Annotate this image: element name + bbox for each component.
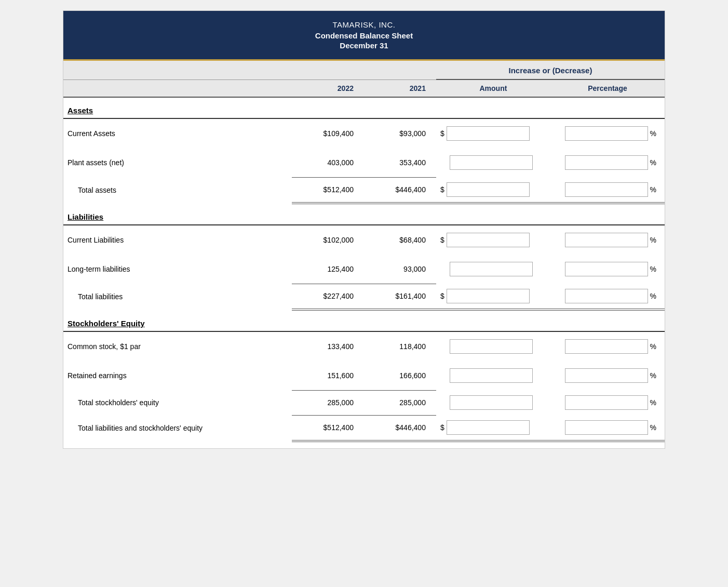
increase-decrease-header: Increase or (Decrease) (436, 61, 665, 79)
total-se-label: Total stockholders' equity (63, 390, 292, 415)
sheet-title: Condensed Balance Sheet (69, 31, 659, 40)
col-header-row: 2022 2021 Amount Percentage (63, 79, 665, 97)
longterm-liabilities-amount-cell (436, 255, 550, 284)
year2-col-header: 2021 (364, 79, 436, 97)
label-col-header (63, 79, 292, 97)
plant-assets-amount-input[interactable] (450, 155, 533, 170)
percentage-col-header: Percentage (550, 79, 665, 97)
retained-earnings-pct-input[interactable] (565, 368, 648, 383)
common-stock-pct-sign: % (650, 342, 656, 351)
total-assets-pct-cell: % (550, 177, 665, 203)
year1-col-header: 2022 (292, 79, 364, 97)
longterm-liabilities-amount-input[interactable] (450, 262, 533, 276)
liabilities-label: Liabilities (63, 203, 665, 225)
plant-assets-label: Plant assets (net) (63, 148, 292, 177)
current-assets-pct-input[interactable] (565, 126, 648, 141)
longterm-liabilities-2021: 93,000 (364, 255, 436, 284)
section-liabilities: Liabilities (63, 203, 665, 225)
retained-earnings-amount-cell (436, 361, 550, 390)
assets-label: Assets (63, 97, 665, 118)
current-liabilities-amount-input[interactable] (447, 233, 530, 247)
empty-2021-header (364, 61, 436, 79)
balance-sheet-table: Increase or (Decrease) 2022 2021 Amount … (63, 61, 665, 448)
total-se-pct-input[interactable] (565, 395, 648, 410)
total-se-2022: 285,000 (292, 390, 364, 415)
row-common-stock: Common stock, $1 par 133,400 118,400 % (63, 331, 665, 361)
amount-col-header: Amount (436, 79, 550, 97)
total-liabilities-se-amount-cell: $ (436, 415, 550, 441)
total-assets-pct-input[interactable] (565, 182, 648, 197)
current-liabilities-dollar: $ (440, 236, 444, 244)
row-current-liabilities: Current Liabilities $102,000 $68,400 $ % (63, 225, 665, 255)
row-retained-earnings: Retained earnings 151,600 166,600 % (63, 361, 665, 390)
total-liabilities-se-2022: $512,400 (292, 415, 364, 441)
row-total-stockholders-equity: Total stockholders' equity 285,000 285,0… (63, 390, 665, 415)
balance-sheet-container: TAMARISK, INC. Condensed Balance Sheet D… (63, 10, 665, 449)
total-liabilities-se-amount-input[interactable] (447, 420, 530, 435)
total-se-amount-cell (436, 390, 550, 415)
common-stock-amount-input[interactable] (450, 339, 533, 354)
current-liabilities-pct-sign: % (650, 236, 656, 244)
total-se-pct-cell: % (550, 390, 665, 415)
current-liabilities-2021: $68,400 (364, 225, 436, 255)
empty-label-header (63, 61, 292, 79)
total-liabilities-se-pct-sign: % (650, 423, 656, 432)
row-longterm-liabilities: Long-term liabilities 125,400 93,000 % (63, 255, 665, 284)
retained-earnings-label: Retained earnings (63, 361, 292, 390)
total-assets-amount-input[interactable] (447, 182, 530, 197)
row-total-liabilities: Total liabilities $227,400 $161,400 $ % (63, 284, 665, 310)
total-liabilities-label: Total liabilities (63, 284, 292, 310)
total-liabilities-se-label: Total liabilities and stockholders' equi… (63, 415, 292, 441)
empty-2022-header (292, 61, 364, 79)
common-stock-label: Common stock, $1 par (63, 331, 292, 361)
top-header-row: Increase or (Decrease) (63, 61, 665, 79)
bottom-spacer (63, 441, 665, 448)
common-stock-pct-input[interactable] (565, 339, 648, 354)
plant-assets-pct-cell: % (550, 148, 665, 177)
common-stock-2022: 133,400 (292, 331, 364, 361)
longterm-liabilities-2022: 125,400 (292, 255, 364, 284)
total-liabilities-2022: $227,400 (292, 284, 364, 310)
section-assets: Assets (63, 97, 665, 118)
total-liabilities-se-pct-cell: % (550, 415, 665, 441)
current-liabilities-2022: $102,000 (292, 225, 364, 255)
total-liabilities-amount-input[interactable] (447, 289, 530, 303)
common-stock-amount-cell (436, 331, 550, 361)
current-assets-pct-cell: % (550, 118, 665, 148)
plant-assets-amount-cell (436, 148, 550, 177)
section-stockholders-equity: Stockholders' Equity (63, 310, 665, 331)
row-total-liabilities-se: Total liabilities and stockholders' equi… (63, 415, 665, 441)
longterm-liabilities-pct-sign: % (650, 265, 656, 273)
total-se-2021: 285,000 (364, 390, 436, 415)
row-total-assets: Total assets $512,400 $446,400 $ % (63, 177, 665, 203)
current-assets-amount-input[interactable] (447, 126, 530, 141)
current-assets-2022: $109,400 (292, 118, 364, 148)
row-current-assets: Current Assets $109,400 $93,000 $ % (63, 118, 665, 148)
total-liabilities-2021: $161,400 (364, 284, 436, 310)
plant-assets-pct-input[interactable] (565, 155, 648, 170)
total-liabilities-se-pct-input[interactable] (565, 420, 648, 435)
current-assets-dollar: $ (440, 129, 444, 138)
current-assets-label: Current Assets (63, 118, 292, 148)
current-liabilities-pct-input[interactable] (565, 233, 648, 247)
total-assets-dollar: $ (440, 185, 444, 194)
total-assets-pct-sign: % (650, 185, 656, 194)
current-liabilities-label: Current Liabilities (63, 225, 292, 255)
stockholders-equity-label: Stockholders' Equity (63, 310, 665, 331)
longterm-liabilities-pct-input[interactable] (565, 262, 648, 276)
retained-earnings-pct-sign: % (650, 371, 656, 380)
row-plant-assets: Plant assets (net) 403,000 353,400 % (63, 148, 665, 177)
plant-assets-2022: 403,000 (292, 148, 364, 177)
retained-earnings-amount-input[interactable] (450, 368, 533, 383)
total-liabilities-pct-input[interactable] (565, 289, 648, 303)
total-se-pct-sign: % (650, 398, 656, 407)
total-assets-2022: $512,400 (292, 177, 364, 203)
current-assets-amount-cell: $ (436, 118, 550, 148)
current-liabilities-amount-cell: $ (436, 225, 550, 255)
common-stock-2021: 118,400 (364, 331, 436, 361)
total-assets-2021: $446,400 (364, 177, 436, 203)
plant-assets-pct-sign: % (650, 158, 656, 167)
total-se-amount-input[interactable] (450, 395, 533, 410)
total-assets-label: Total assets (63, 177, 292, 203)
current-assets-2021: $93,000 (364, 118, 436, 148)
